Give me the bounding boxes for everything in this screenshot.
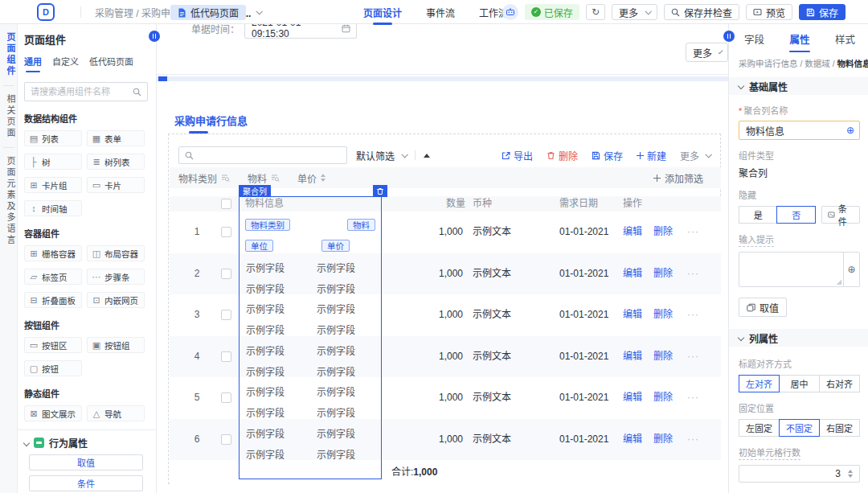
component-item-list[interactable]: ▤列表 — [24, 130, 82, 146]
row-more-icon[interactable]: ··· — [687, 294, 699, 336]
tab-style[interactable]: 样式 — [835, 31, 855, 52]
init-rows-input[interactable]: 3 — [739, 465, 860, 483]
rail-item-related-pages[interactable]: 相关页面 — [0, 94, 17, 139]
default-filter-dropdown[interactable]: 默认筛选 — [356, 149, 407, 162]
behavior-fetch-value-button[interactable]: 取值 — [29, 454, 143, 470]
save-and-check-button[interactable]: 保存并检查 — [664, 4, 739, 20]
edit-link[interactable]: 编辑 — [623, 253, 642, 295]
component-item-image-text[interactable]: ⊠图文展示 — [24, 405, 82, 421]
align-left-option[interactable]: 左对齐 — [739, 375, 780, 392]
component-search-input[interactable] — [31, 87, 128, 97]
section-base-properties[interactable]: 基础属性 — [729, 77, 868, 95]
rail-item-page-elements[interactable]: 页面元素及多语言 — [0, 156, 17, 246]
aggregate-cell[interactable]: 示例字段 示例字段 示例字段 示例字段 — [244, 419, 387, 461]
ai-assistant-icon[interactable] — [502, 4, 518, 20]
header-qty[interactable]: 数量 — [446, 196, 465, 212]
create-button[interactable]: 新建 — [637, 149, 666, 162]
row-checkbox[interactable] — [221, 392, 231, 403]
refresh-button[interactable]: ↻ — [586, 4, 605, 20]
field-tag[interactable]: 单位 — [245, 240, 273, 252]
aggregate-cell[interactable]: 示例字段 示例字段 示例字段 示例字段 — [244, 294, 387, 336]
header-date[interactable]: 需求日期 — [559, 196, 598, 212]
agg-name-input[interactable]: 物料信息 ⊕ — [739, 121, 860, 140]
table-row[interactable]: 1 物料类别 物料 单位 单价 1,000 示例文本 01 — [170, 212, 721, 253]
tab-custom[interactable]: 自定义 — [52, 55, 79, 72]
component-item-button-group[interactable]: ▣按钮组 — [87, 337, 145, 353]
nav-page-design[interactable]: 页面设计 — [363, 6, 402, 19]
component-item-nav[interactable]: △导航 — [87, 405, 145, 421]
delete-link[interactable]: 删除 — [653, 336, 673, 378]
edit-link[interactable]: 编辑 — [623, 419, 642, 461]
hidden-option-no[interactable]: 否 — [776, 206, 815, 224]
row-more-icon[interactable]: ··· — [687, 253, 699, 295]
horizontal-scrollbar[interactable] — [157, 76, 728, 81]
resize-handle-icon[interactable]: ◢ — [837, 279, 841, 286]
align-center-option[interactable]: 居中 — [779, 375, 820, 392]
align-right-option[interactable]: 右对齐 — [819, 375, 860, 392]
row-checkbox[interactable] — [221, 351, 231, 362]
delete-link[interactable]: 删除 — [653, 377, 673, 419]
delete-link[interactable]: 删除 — [653, 419, 673, 461]
delete-link[interactable]: 删除 — [653, 294, 673, 336]
globe-icon[interactable]: ⊕ — [846, 125, 854, 135]
collapse-filter-icon[interactable] — [424, 154, 430, 158]
field-tag[interactable]: 物料类别 — [245, 219, 290, 231]
stepper-icon[interactable] — [848, 470, 853, 478]
component-item-button-area[interactable]: ▭按钮区 — [24, 337, 82, 353]
delete-column-button[interactable] — [373, 185, 387, 197]
hidden-option-condition[interactable]: 条件 — [821, 206, 860, 224]
table-row[interactable]: 3 示例字段 示例字段 示例字段 示例字段 1,000 示例文本 01-01-2… — [170, 294, 721, 336]
component-item-tree[interactable]: ├树 — [24, 154, 82, 170]
component-item-iframe[interactable]: ⊡内嵌网页 — [87, 292, 145, 308]
sort-icon[interactable] — [321, 174, 326, 182]
table-row[interactable]: 4 示例字段 示例字段 示例字段 示例字段 1,000 示例文本 01-01-2… — [170, 336, 721, 378]
table-row[interactable]: 5 示例字段 示例字段 示例字段 示例字段 1,000 示例文本 01-01-2… — [170, 377, 721, 419]
config-col-unit-price[interactable]: 单价 — [297, 171, 326, 185]
header-currency[interactable]: 币种 — [473, 196, 492, 212]
delete-button[interactable]: 删除 — [547, 149, 578, 162]
tab-lowcode[interactable]: 低代码页面 — [89, 55, 133, 72]
table-search[interactable] — [178, 146, 347, 164]
breadcrumb-leaf[interactable]: 物料信息 — [837, 59, 868, 68]
table-more-button[interactable]: 更多 — [680, 149, 710, 162]
app-logo-icon[interactable]: D — [37, 3, 55, 21]
table-component-card[interactable]: 默认筛选 导出 删除 — [168, 134, 721, 484]
hint-globe-button[interactable]: ⊕ — [844, 252, 860, 287]
breadcrumb-root[interactable]: 采购申请行信息 — [739, 59, 798, 68]
canvas-more-button[interactable]: 更多 — [686, 43, 728, 62]
tab-properties[interactable]: 属性 — [789, 31, 809, 52]
scrollbar-thumb[interactable] — [158, 76, 167, 81]
delete-link[interactable]: 删除 — [653, 212, 673, 253]
doc-time-input[interactable]: 2021-01-01 09:15:30 — [244, 24, 357, 39]
row-checkbox[interactable] — [221, 310, 231, 320]
field-tag[interactable]: 单价 — [321, 240, 350, 252]
calendar-icon[interactable] — [342, 24, 350, 33]
tab-general[interactable]: 通用 — [24, 55, 42, 72]
rail-item-page-components[interactable]: 页面组件 — [0, 32, 17, 77]
row-checkbox[interactable] — [221, 434, 231, 445]
config-col-material-type[interactable]: 物料类别 — [178, 171, 230, 185]
component-item-card[interactable]: ▭卡片 — [87, 177, 145, 193]
breadcrumb-mid[interactable]: 数据域 — [805, 59, 830, 68]
behavior-section-header[interactable]: 行为属性 — [24, 436, 148, 450]
delete-link[interactable]: 删除 — [653, 253, 673, 295]
design-canvas[interactable]: 单据时间： 2021-01-01 09:15:30 更多 采购申请行信息 默认筛… — [157, 24, 728, 493]
collapse-left-panel-icon[interactable] — [149, 31, 160, 42]
tab-lowcode-page[interactable]: 低代码页面 — [170, 5, 246, 20]
aggregate-cell[interactable]: 物料类别 物料 单位 单价 — [244, 212, 387, 253]
export-button[interactable]: 导出 — [502, 149, 533, 162]
section-column-properties[interactable]: 列属性 — [729, 329, 868, 347]
row-more-icon[interactable]: ··· — [687, 212, 699, 253]
component-item-form[interactable]: ▦表单 — [87, 130, 145, 146]
tab-fields[interactable]: 字段 — [744, 31, 764, 52]
more-button[interactable]: 更多 — [612, 4, 657, 20]
fixed-left-option[interactable]: 左固定 — [739, 419, 780, 437]
component-item-timeline[interactable]: ↕时间轴 — [24, 200, 82, 216]
row-more-icon[interactable]: ··· — [687, 336, 699, 378]
edit-link[interactable]: 编辑 — [623, 336, 642, 378]
aggregate-cell[interactable]: 示例字段 示例字段 示例字段 示例字段 — [244, 336, 387, 378]
chevron-down-icon[interactable] — [256, 8, 263, 14]
table-save-button[interactable]: 保存 — [592, 149, 623, 162]
row-checkbox[interactable] — [221, 269, 231, 279]
section-tab-title[interactable]: 采购申请行信息 — [174, 113, 248, 128]
